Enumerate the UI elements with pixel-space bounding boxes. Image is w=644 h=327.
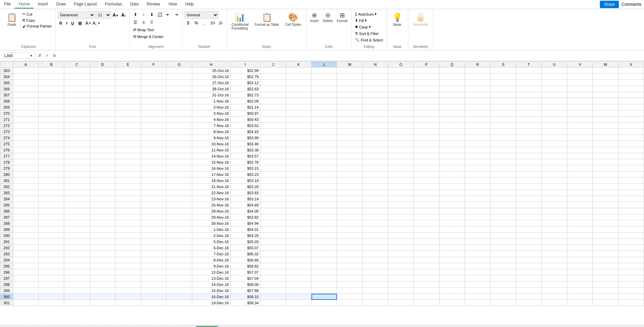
cell[interactable] (90, 214, 115, 220)
cell[interactable] (115, 171, 141, 178)
cell[interactable] (286, 98, 311, 104)
cell[interactable] (541, 92, 567, 98)
cell-l[interactable] (311, 257, 337, 263)
cell[interactable] (541, 190, 567, 196)
cell[interactable] (115, 300, 141, 306)
cell-date[interactable]: 29-Nov-16 (192, 214, 230, 220)
cell-l[interactable] (311, 110, 337, 116)
cell[interactable] (166, 165, 192, 171)
align-right-button[interactable]: ⠿ (148, 19, 156, 26)
cell[interactable] (541, 251, 567, 257)
cell[interactable] (465, 116, 490, 123)
cell[interactable] (516, 214, 541, 220)
row-header[interactable]: 263 (0, 68, 13, 74)
cell[interactable] (516, 226, 541, 233)
cell[interactable] (286, 275, 311, 281)
cell-date[interactable]: 8-Nov-16 (192, 129, 230, 135)
cell[interactable] (141, 226, 166, 233)
cell[interactable] (260, 196, 286, 202)
cell[interactable] (337, 220, 362, 226)
row-header[interactable]: 278 (0, 159, 13, 165)
cell[interactable] (260, 190, 286, 196)
cell[interactable] (166, 104, 192, 110)
cell[interactable] (362, 68, 388, 74)
cell[interactable] (439, 300, 465, 306)
cell[interactable] (490, 239, 516, 245)
cell[interactable] (593, 281, 618, 288)
align-center-button[interactable]: ≡ (140, 19, 147, 26)
row-header[interactable]: 279 (0, 165, 13, 171)
cell[interactable] (465, 104, 490, 110)
cell[interactable] (439, 196, 465, 202)
cell[interactable] (593, 116, 618, 123)
cell[interactable] (166, 129, 192, 135)
col-header-n[interactable]: N (362, 61, 388, 68)
row-header[interactable]: 281 (0, 178, 13, 184)
cell[interactable] (567, 104, 593, 110)
cell[interactable] (465, 86, 490, 92)
col-header-k[interactable]: K (286, 61, 311, 68)
cell[interactable] (337, 92, 362, 98)
cell[interactable] (362, 184, 388, 190)
cell[interactable] (141, 190, 166, 196)
cell-date[interactable]: 15-Dec-16 (192, 288, 230, 294)
cell[interactable] (286, 159, 311, 165)
sheet-tab[interactable]: Exh 8 (98, 326, 114, 327)
cell[interactable] (362, 226, 388, 233)
cell[interactable] (286, 245, 311, 251)
cell[interactable] (593, 196, 618, 202)
increase-font-button[interactable]: A+ (112, 12, 119, 18)
cell-l[interactable] (311, 129, 337, 135)
cell[interactable] (13, 129, 38, 135)
cell[interactable] (618, 275, 644, 281)
cell[interactable] (362, 98, 388, 104)
cell[interactable] (337, 86, 362, 92)
cell[interactable] (90, 74, 115, 80)
cell[interactable] (490, 147, 516, 153)
cell[interactable] (286, 257, 311, 263)
cell[interactable] (64, 110, 90, 116)
cell[interactable] (414, 288, 439, 294)
cell-date[interactable]: 1-Dec-16 (192, 226, 230, 233)
cell[interactable] (337, 110, 362, 116)
cell[interactable] (414, 165, 439, 171)
cell[interactable] (260, 202, 286, 208)
cell[interactable] (141, 135, 166, 141)
cell[interactable] (38, 300, 64, 306)
cell[interactable] (115, 257, 141, 263)
cell[interactable] (337, 281, 362, 288)
cell[interactable] (593, 135, 618, 141)
cell[interactable] (260, 275, 286, 281)
col-header-a[interactable]: A (13, 61, 38, 68)
cell[interactable] (465, 233, 490, 239)
cell-l[interactable] (311, 80, 337, 86)
cell[interactable] (260, 178, 286, 184)
cell[interactable] (38, 123, 64, 129)
name-box[interactable] (3, 53, 30, 59)
cell[interactable] (260, 245, 286, 251)
cell[interactable] (286, 123, 311, 129)
cell[interactable] (388, 74, 413, 80)
cell[interactable] (414, 269, 439, 275)
cell[interactable] (465, 214, 490, 220)
cell[interactable] (490, 184, 516, 190)
cell[interactable] (337, 123, 362, 129)
cell[interactable] (260, 110, 286, 116)
cell[interactable] (490, 220, 516, 226)
col-header-i[interactable]: I (230, 61, 260, 68)
cell[interactable] (567, 178, 593, 184)
cell-l[interactable] (311, 220, 337, 226)
cell[interactable] (337, 251, 362, 257)
cell[interactable] (541, 153, 567, 159)
cell[interactable] (337, 300, 362, 306)
cell[interactable] (260, 239, 286, 245)
align-left-button[interactable]: ☰ (132, 19, 139, 26)
tab-view[interactable]: View (164, 0, 181, 8)
name-box-dropdown[interactable]: ▾ (31, 54, 32, 57)
cell[interactable] (593, 104, 618, 110)
cell[interactable] (337, 178, 362, 184)
row-header[interactable]: 271 (0, 116, 13, 123)
cell[interactable] (567, 294, 593, 300)
cell[interactable] (13, 74, 38, 80)
cell[interactable] (90, 147, 115, 153)
